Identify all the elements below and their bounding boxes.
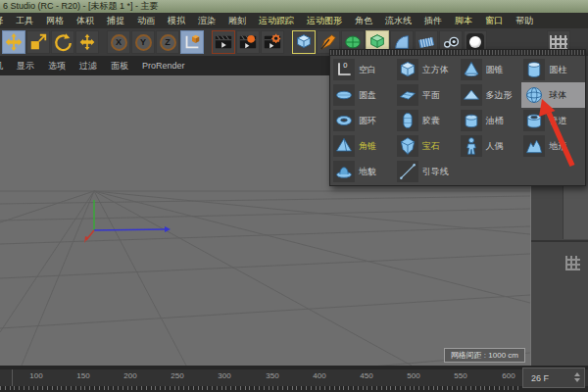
primitive-guide[interactable]: 引导线 [395, 159, 459, 184]
menu-item-window[interactable]: 窗口 [485, 15, 503, 27]
move-tool-button[interactable] [2, 30, 25, 54]
disc-icon [333, 84, 355, 106]
ruler-tick-label: 300 [213, 371, 236, 380]
render-region-button[interactable] [236, 30, 260, 54]
current-frame-field[interactable]: 26 F [522, 368, 585, 388]
last-used-tool-button[interactable] [75, 30, 99, 54]
menu-item-snap[interactable]: 捕捉 [107, 15, 124, 27]
primitive-figure[interactable]: 人偶 [459, 133, 522, 159]
dot-grid-icon[interactable] [565, 256, 580, 270]
menu-item-motion-tracker[interactable]: 运动跟踪 [259, 15, 294, 27]
primitive-oil-tank[interactable]: 油桶 [459, 108, 522, 133]
menu-item-character[interactable]: 角色 [355, 15, 372, 27]
menu-item-script[interactable]: 脚本 [455, 15, 472, 27]
menu-item-tools[interactable]: 工具 [16, 15, 33, 27]
primitive-cone[interactable]: 圆锥 [459, 57, 522, 82]
world-axis [84, 200, 171, 243]
viewport-menu-options[interactable]: 选项 [48, 60, 66, 73]
pyramid-icon [333, 135, 355, 157]
viewport-menu-prorender[interactable]: ProRender [142, 61, 185, 71]
y-axis-icon: Y [135, 34, 152, 51]
primitive-plane[interactable]: 平面 [395, 82, 459, 108]
sphere-icon [523, 84, 545, 106]
move-icon [78, 33, 96, 51]
ruler-track[interactable]: 100 150 200 250 300 350 400 450 500 550 … [0, 369, 588, 386]
viewport-menu-panel[interactable]: 面板 [111, 60, 128, 73]
panel-divider [531, 240, 588, 242]
plane-icon [397, 84, 418, 106]
primitive-platonic[interactable]: 宝石 [395, 133, 459, 159]
ruler-tick-label: 350 [261, 371, 284, 380]
ruler-tick-label: 600 [497, 371, 520, 380]
relief-icon [333, 161, 355, 182]
primitive-landscape[interactable]: 地形 [521, 133, 585, 159]
x-axis-lock-button[interactable]: X [107, 30, 130, 54]
scale-icon [28, 32, 48, 52]
menu-item-sculpt[interactable]: 雕刻 [228, 15, 246, 27]
cube-icon [397, 59, 418, 80]
render-view-button[interactable] [212, 30, 235, 54]
null-icon: 0 [333, 59, 355, 80]
ruler-tick-label: 550 [449, 371, 472, 380]
primitive-cylinder[interactable]: 圆柱 [521, 57, 585, 82]
ruler-tick-label: 200 [119, 371, 142, 380]
menu-item-render[interactable]: 渲染 [198, 15, 216, 27]
coordinate-system-icon [182, 32, 202, 52]
figure-icon [461, 135, 482, 157]
menu-item-plugins[interactable]: 插件 [424, 15, 442, 27]
ruler-left-divider [12, 369, 13, 386]
add-primitive-button[interactable] [292, 30, 316, 54]
menu-item-pipeline[interactable]: 流水线 [385, 15, 412, 27]
current-frame-value: 26 F [531, 373, 549, 383]
app-window: 6 Studio (RC - R20) - [未标题 1 *] - 主要 择 工… [0, 0, 588, 392]
viewport-menu-filter[interactable]: 过滤 [79, 60, 97, 73]
polygon-icon [461, 84, 482, 106]
cone-icon [461, 59, 482, 80]
frame-spinner[interactable] [574, 372, 580, 382]
primitive-null[interactable]: 0 空白 [331, 57, 395, 82]
x-axis-icon: X [111, 34, 127, 51]
coordinate-system-button[interactable] [180, 30, 204, 54]
cube-primitive-icon [294, 32, 314, 52]
ruler-tick-label: 250 [166, 371, 189, 380]
primitive-relief[interactable]: 地貌 [331, 159, 395, 184]
y-axis-lock-button[interactable]: Y [131, 30, 155, 54]
guide-line-icon [397, 161, 418, 182]
gem-icon [397, 135, 418, 157]
oil-tank-icon [461, 110, 482, 131]
render-clapper-icon [214, 32, 233, 52]
cylinder-icon [523, 59, 545, 80]
z-axis-lock-button[interactable]: Z [156, 30, 179, 54]
title-bar: 6 Studio (RC - R20) - [未标题 1 *] - 主要 [0, 0, 588, 13]
torus-icon [333, 110, 355, 131]
ruler-tick-label: 400 [308, 371, 331, 380]
menu-item-clipped[interactable]: 择 [0, 15, 3, 27]
window-title: 6 Studio (RC - R20) - [未标题 1 *] - 主要 [3, 1, 159, 11]
rotate-tool-button[interactable] [51, 30, 74, 54]
primitive-cube[interactable]: 立方体 [395, 57, 459, 82]
primitive-capsule[interactable]: 胶囊 [395, 108, 459, 133]
render-settings-gear-icon [263, 32, 282, 52]
ruler-tick-label: 450 [355, 371, 378, 380]
scale-tool-button[interactable] [26, 30, 50, 54]
menu-item-simulate[interactable]: 模拟 [168, 15, 185, 27]
menu-item-help[interactable]: 帮助 [515, 15, 533, 27]
ruler-tick-label: 100 [24, 371, 48, 380]
menu-item-mograph[interactable]: 运动图形 [307, 15, 342, 27]
menu-item-animate[interactable]: 动画 [137, 15, 155, 27]
primitive-pyramid[interactable]: 角锥 [331, 133, 395, 159]
array-grid-icon [550, 35, 567, 50]
ruler-tick-label: 500 [402, 371, 425, 380]
primitive-polygon[interactable]: 多边形 [459, 82, 522, 108]
menu-item-mesh[interactable]: 网格 [46, 15, 64, 27]
primitive-torus[interactable]: 圆环 [331, 108, 395, 133]
primitive-disc[interactable]: 圆盘 [331, 82, 395, 108]
primitive-sphere[interactable]: 球体 [521, 82, 585, 108]
ruler-tick-marks [0, 386, 522, 390]
primitive-tube[interactable]: 管道 [521, 108, 585, 133]
render-settings-button[interactable] [261, 30, 284, 54]
menu-item-volume[interactable]: 体积 [76, 15, 94, 27]
timeline-ruler[interactable]: 100 150 200 250 300 350 400 450 500 550 … [0, 366, 588, 392]
viewport-menu-clipped[interactable]: 机 [0, 60, 3, 73]
viewport-menu-display[interactable]: 显示 [17, 60, 34, 73]
